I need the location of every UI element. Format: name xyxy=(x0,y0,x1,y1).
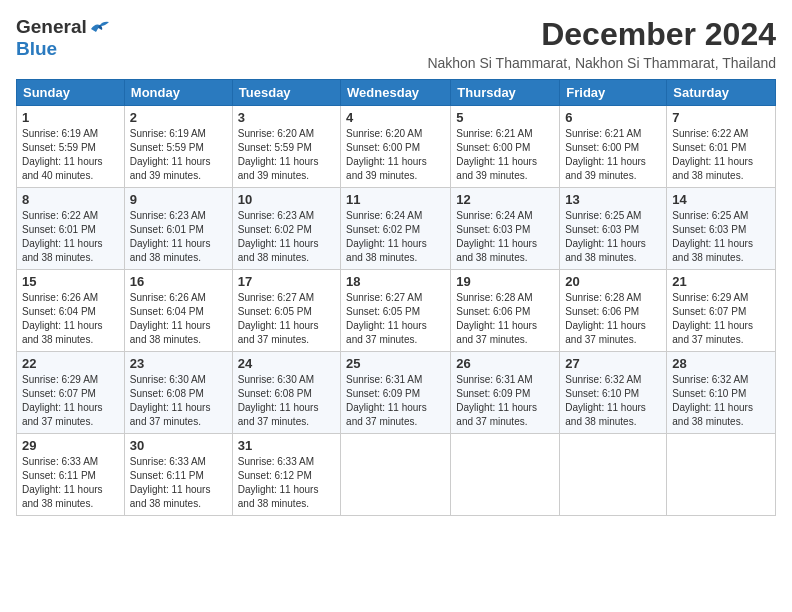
day-info: Sunrise: 6:21 AM Sunset: 6:00 PM Dayligh… xyxy=(565,127,661,183)
day-info: Sunrise: 6:25 AM Sunset: 6:03 PM Dayligh… xyxy=(672,209,770,265)
daylight-label: Daylight: 11 hours and 38 minutes. xyxy=(22,238,103,263)
sunrise-label: Sunrise: 6:26 AM xyxy=(22,292,98,303)
daylight-label: Daylight: 11 hours and 38 minutes. xyxy=(565,238,646,263)
calendar-header-sunday: Sunday xyxy=(17,80,125,106)
daylight-label: Daylight: 11 hours and 39 minutes. xyxy=(565,156,646,181)
calendar-cell: 8 Sunrise: 6:22 AM Sunset: 6:01 PM Dayli… xyxy=(17,188,125,270)
daylight-label: Daylight: 11 hours and 38 minutes. xyxy=(22,320,103,345)
sunrise-label: Sunrise: 6:22 AM xyxy=(22,210,98,221)
daylight-label: Daylight: 11 hours and 39 minutes. xyxy=(346,156,427,181)
day-info: Sunrise: 6:33 AM Sunset: 6:11 PM Dayligh… xyxy=(22,455,119,511)
day-number: 5 xyxy=(456,110,554,125)
calendar-cell: 26 Sunrise: 6:31 AM Sunset: 6:09 PM Dayl… xyxy=(451,352,560,434)
daylight-label: Daylight: 11 hours and 37 minutes. xyxy=(346,402,427,427)
calendar-cell xyxy=(667,434,776,516)
day-number: 1 xyxy=(22,110,119,125)
sunrise-label: Sunrise: 6:21 AM xyxy=(565,128,641,139)
sunset-label: Sunset: 6:03 PM xyxy=(672,224,746,235)
calendar-cell: 20 Sunrise: 6:28 AM Sunset: 6:06 PM Dayl… xyxy=(560,270,667,352)
sunset-label: Sunset: 6:09 PM xyxy=(456,388,530,399)
sunset-label: Sunset: 6:01 PM xyxy=(22,224,96,235)
day-info: Sunrise: 6:27 AM Sunset: 6:05 PM Dayligh… xyxy=(238,291,335,347)
sunrise-label: Sunrise: 6:31 AM xyxy=(456,374,532,385)
location-subtitle: Nakhon Si Thammarat, Nakhon Si Thammarat… xyxy=(427,55,776,71)
calendar-cell: 12 Sunrise: 6:24 AM Sunset: 6:03 PM Dayl… xyxy=(451,188,560,270)
day-info: Sunrise: 6:27 AM Sunset: 6:05 PM Dayligh… xyxy=(346,291,445,347)
daylight-label: Daylight: 11 hours and 38 minutes. xyxy=(238,238,319,263)
day-number: 14 xyxy=(672,192,770,207)
daylight-label: Daylight: 11 hours and 38 minutes. xyxy=(456,238,537,263)
sunrise-label: Sunrise: 6:28 AM xyxy=(456,292,532,303)
calendar-cell: 4 Sunrise: 6:20 AM Sunset: 6:00 PM Dayli… xyxy=(341,106,451,188)
daylight-label: Daylight: 11 hours and 38 minutes. xyxy=(130,238,211,263)
calendar-cell: 5 Sunrise: 6:21 AM Sunset: 6:00 PM Dayli… xyxy=(451,106,560,188)
day-info: Sunrise: 6:28 AM Sunset: 6:06 PM Dayligh… xyxy=(456,291,554,347)
day-info: Sunrise: 6:20 AM Sunset: 5:59 PM Dayligh… xyxy=(238,127,335,183)
sunset-label: Sunset: 6:09 PM xyxy=(346,388,420,399)
daylight-label: Daylight: 11 hours and 39 minutes. xyxy=(130,156,211,181)
sunrise-label: Sunrise: 6:30 AM xyxy=(130,374,206,385)
day-number: 21 xyxy=(672,274,770,289)
day-number: 23 xyxy=(130,356,227,371)
day-info: Sunrise: 6:29 AM Sunset: 6:07 PM Dayligh… xyxy=(22,373,119,429)
day-number: 16 xyxy=(130,274,227,289)
daylight-label: Daylight: 11 hours and 37 minutes. xyxy=(130,402,211,427)
sunset-label: Sunset: 6:08 PM xyxy=(130,388,204,399)
sunrise-label: Sunrise: 6:30 AM xyxy=(238,374,314,385)
daylight-label: Daylight: 11 hours and 38 minutes. xyxy=(672,402,753,427)
day-info: Sunrise: 6:32 AM Sunset: 6:10 PM Dayligh… xyxy=(565,373,661,429)
day-info: Sunrise: 6:21 AM Sunset: 6:00 PM Dayligh… xyxy=(456,127,554,183)
day-number: 26 xyxy=(456,356,554,371)
calendar-week-row: 8 Sunrise: 6:22 AM Sunset: 6:01 PM Dayli… xyxy=(17,188,776,270)
day-info: Sunrise: 6:30 AM Sunset: 6:08 PM Dayligh… xyxy=(130,373,227,429)
calendar-cell: 1 Sunrise: 6:19 AM Sunset: 5:59 PM Dayli… xyxy=(17,106,125,188)
sunset-label: Sunset: 6:06 PM xyxy=(565,306,639,317)
day-number: 3 xyxy=(238,110,335,125)
day-info: Sunrise: 6:29 AM Sunset: 6:07 PM Dayligh… xyxy=(672,291,770,347)
page-header: General Blue December 2024 Nakhon Si Tha… xyxy=(16,16,776,71)
day-info: Sunrise: 6:22 AM Sunset: 6:01 PM Dayligh… xyxy=(672,127,770,183)
calendar-header-row: SundayMondayTuesdayWednesdayThursdayFrid… xyxy=(17,80,776,106)
daylight-label: Daylight: 11 hours and 38 minutes. xyxy=(565,402,646,427)
calendar-cell: 6 Sunrise: 6:21 AM Sunset: 6:00 PM Dayli… xyxy=(560,106,667,188)
calendar-cell: 9 Sunrise: 6:23 AM Sunset: 6:01 PM Dayli… xyxy=(124,188,232,270)
sunset-label: Sunset: 6:01 PM xyxy=(672,142,746,153)
sunset-label: Sunset: 6:04 PM xyxy=(130,306,204,317)
day-number: 25 xyxy=(346,356,445,371)
daylight-label: Daylight: 11 hours and 38 minutes. xyxy=(130,320,211,345)
daylight-label: Daylight: 11 hours and 39 minutes. xyxy=(238,156,319,181)
daylight-label: Daylight: 11 hours and 39 minutes. xyxy=(456,156,537,181)
day-number: 31 xyxy=(238,438,335,453)
sunrise-label: Sunrise: 6:29 AM xyxy=(672,292,748,303)
daylight-label: Daylight: 11 hours and 37 minutes. xyxy=(346,320,427,345)
calendar-cell: 31 Sunrise: 6:33 AM Sunset: 6:12 PM Dayl… xyxy=(232,434,340,516)
day-number: 12 xyxy=(456,192,554,207)
sunset-label: Sunset: 6:12 PM xyxy=(238,470,312,481)
calendar-cell: 16 Sunrise: 6:26 AM Sunset: 6:04 PM Dayl… xyxy=(124,270,232,352)
day-number: 7 xyxy=(672,110,770,125)
day-info: Sunrise: 6:30 AM Sunset: 6:08 PM Dayligh… xyxy=(238,373,335,429)
calendar-cell: 18 Sunrise: 6:27 AM Sunset: 6:05 PM Dayl… xyxy=(341,270,451,352)
sunset-label: Sunset: 6:05 PM xyxy=(238,306,312,317)
sunrise-label: Sunrise: 6:33 AM xyxy=(238,456,314,467)
sunrise-label: Sunrise: 6:31 AM xyxy=(346,374,422,385)
calendar-cell xyxy=(451,434,560,516)
calendar-header-wednesday: Wednesday xyxy=(341,80,451,106)
day-number: 4 xyxy=(346,110,445,125)
day-number: 22 xyxy=(22,356,119,371)
calendar-header-friday: Friday xyxy=(560,80,667,106)
sunset-label: Sunset: 6:11 PM xyxy=(22,470,96,481)
sunrise-label: Sunrise: 6:27 AM xyxy=(238,292,314,303)
day-info: Sunrise: 6:31 AM Sunset: 6:09 PM Dayligh… xyxy=(346,373,445,429)
day-number: 18 xyxy=(346,274,445,289)
day-info: Sunrise: 6:33 AM Sunset: 6:12 PM Dayligh… xyxy=(238,455,335,511)
calendar-header-tuesday: Tuesday xyxy=(232,80,340,106)
sunrise-label: Sunrise: 6:27 AM xyxy=(346,292,422,303)
logo-blue: Blue xyxy=(16,38,57,60)
sunrise-label: Sunrise: 6:26 AM xyxy=(130,292,206,303)
day-number: 8 xyxy=(22,192,119,207)
day-info: Sunrise: 6:24 AM Sunset: 6:02 PM Dayligh… xyxy=(346,209,445,265)
sunset-label: Sunset: 5:59 PM xyxy=(238,142,312,153)
sunrise-label: Sunrise: 6:19 AM xyxy=(22,128,98,139)
calendar-week-row: 29 Sunrise: 6:33 AM Sunset: 6:11 PM Dayl… xyxy=(17,434,776,516)
